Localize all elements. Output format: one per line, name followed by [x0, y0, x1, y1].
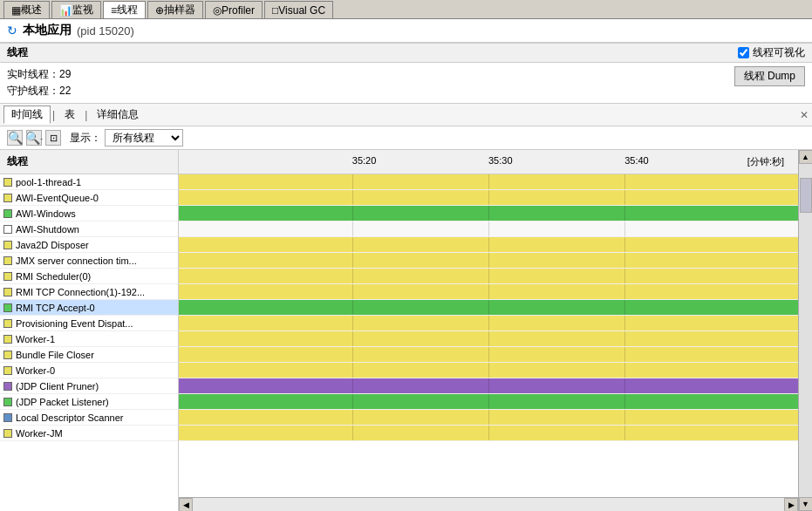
thread-bar: [179, 174, 798, 189]
thread-name-label: Bundle File Closer: [16, 350, 94, 360]
thread-name-row: JMX server connection tim...: [0, 253, 178, 269]
chart-data-row[interactable]: [179, 206, 798, 221]
thread-name-row: pool-1-thread-1: [0, 174, 178, 190]
chart-data-row[interactable]: [179, 237, 798, 253]
thread-name-label: AWI-EventQueue-0: [16, 193, 99, 203]
tab-bar: ▦ 概述 📊 监视 ≡ 线程 ⊕ 抽样器 ◎ Profiler □ Visual…: [0, 0, 812, 19]
thread-name-label: (JDP Client Pruner): [16, 381, 99, 392]
tab-detail[interactable]: 详细信息: [89, 106, 147, 124]
thread-list: 线程 pool-1-thread-1AWI-EventQueue-0AWI-Wi…: [0, 150, 179, 511]
thread-color-indicator: [3, 382, 12, 391]
thread-color-indicator: [3, 429, 12, 438]
thread-color-indicator: [3, 366, 12, 375]
time-label-3: 35:40: [624, 155, 649, 166]
chart-data-row[interactable]: [179, 363, 798, 378]
tab-profiler[interactable]: ◎ Profiler: [205, 1, 263, 18]
scroll-right-button[interactable]: ▶: [784, 498, 798, 512]
time-labels: 35:20 35:30 35:40 [分钟:秒]: [179, 150, 798, 174]
monitor-icon: 📊: [59, 4, 72, 17]
thread-color-indicator: [3, 335, 12, 344]
thread-name-label: RMI Scheduler(0): [16, 271, 91, 282]
thread-name-row: AWI-EventQueue-0: [0, 190, 178, 206]
zoom-in-button[interactable]: 🔍: [7, 130, 23, 146]
thread-name-row: Worker-1: [0, 331, 178, 347]
thread-color-indicator: [3, 178, 12, 187]
thread-bar: [179, 331, 798, 346]
tab-overview[interactable]: ▦ 概述: [3, 1, 50, 18]
thread-bar: [179, 378, 798, 393]
thread-color-indicator: [3, 209, 12, 218]
tab-timeline[interactable]: 时间线: [3, 106, 51, 124]
close-button[interactable]: ✕: [800, 109, 809, 121]
chart-data-row[interactable]: [179, 316, 798, 331]
thread-name-label: Worker-0: [16, 365, 55, 376]
tab-sampler[interactable]: ⊕ 抽样器: [147, 1, 203, 18]
chart-data-row[interactable]: [179, 284, 798, 300]
chart-data-row[interactable]: [179, 269, 798, 284]
tab-thread[interactable]: ≡ 线程: [103, 1, 146, 18]
separator: |: [52, 109, 55, 121]
chart-data-row[interactable]: [179, 300, 798, 316]
thread-bar: [179, 190, 798, 205]
scroll-left-button[interactable]: ◀: [179, 498, 193, 512]
thread-visible-checkbox[interactable]: [738, 47, 749, 58]
thread-name-label: AWI-Shutdown: [16, 224, 79, 235]
chart-data-row[interactable]: [179, 378, 798, 394]
thread-bar: [179, 347, 798, 362]
chart-data-row[interactable]: [179, 190, 798, 206]
thread-color-indicator: [3, 256, 12, 265]
tab-visual-gc[interactable]: □ Visual GC: [264, 1, 333, 18]
timeline-container: 线程 pool-1-thread-1AWI-EventQueue-0AWI-Wi…: [0, 150, 812, 511]
thread-color-indicator: [3, 351, 12, 359]
thread-name-row: Local Descriptor Scanner: [0, 410, 178, 426]
tab-monitor[interactable]: 📊 监视: [51, 1, 101, 18]
thread-name-row: Java2D Disposer: [0, 237, 178, 253]
display-label: 显示：: [70, 131, 101, 146]
separator2: |: [85, 109, 87, 121]
thread-name-label: JMX server connection tim...: [16, 256, 137, 266]
chart-data-row[interactable]: [179, 174, 798, 190]
refresh-icon[interactable]: ↻: [7, 24, 17, 37]
realtime-stat: 实时线程：29: [7, 66, 71, 83]
thread-name-label: RMI TCP Accept-0: [16, 303, 95, 313]
daemon-stat: 守护线程：22: [7, 83, 71, 99]
checkbox-row: 线程可视化: [738, 45, 805, 60]
thread-color-indicator: [3, 288, 12, 296]
chart-data-row[interactable]: [179, 394, 798, 410]
scroll-down-button[interactable]: ▼: [799, 497, 813, 511]
thread-bar: [179, 284, 798, 299]
scrollbar-track[interactable]: [193, 498, 784, 511]
dump-button[interactable]: 线程 Dump: [734, 66, 805, 86]
chart-with-scroll: 35:20 35:30 35:40 [分钟:秒] ◀ ▶: [179, 150, 812, 511]
chart-data-row[interactable]: [179, 221, 798, 237]
thread-name-label: Worker-JM: [16, 428, 63, 439]
thread-name-label: pool-1-thread-1: [16, 177, 81, 187]
checkbox-label: 线程可视化: [753, 45, 805, 60]
thread-name-row: (JDP Client Pruner): [0, 378, 178, 394]
toolbar: 🔍 🔍- ⊡ 显示： 所有线程活动线程已完成线程: [0, 126, 812, 150]
chart-data-row[interactable]: [179, 347, 798, 363]
thread-bar: [179, 269, 798, 283]
scroll-up-button[interactable]: ▲: [799, 150, 813, 164]
thread-name-label: Worker-1: [16, 334, 55, 344]
thread-name-row: Worker-JM: [0, 426, 178, 441]
thread-color-indicator: [3, 272, 12, 281]
zoom-out-button[interactable]: 🔍-: [26, 130, 42, 146]
chart-data-row[interactable]: [179, 331, 798, 347]
section-title: 线程: [7, 45, 28, 60]
thread-color-indicator: [3, 241, 12, 249]
thread-list-header: 线程: [0, 150, 178, 174]
display-select[interactable]: 所有线程活动线程已完成线程: [105, 129, 183, 146]
chart-data-row[interactable]: [179, 410, 798, 426]
chart-data-row[interactable]: [179, 253, 798, 269]
chart-data-row[interactable]: [179, 426, 798, 441]
zoom-fit-button[interactable]: ⊡: [45, 130, 61, 146]
scrollbar-thumb[interactable]: [800, 178, 812, 213]
thread-color-indicator: [3, 194, 12, 202]
thread-name-label: Java2D Disposer: [16, 240, 89, 250]
thread-name-label: RMI TCP Connection(1)-192...: [16, 287, 145, 297]
thread-bar: [179, 300, 798, 315]
tab-table[interactable]: 表: [57, 106, 83, 124]
thread-bar: [179, 394, 798, 409]
stats-row: 实时线程：29 守护线程：22 线程 Dump: [0, 63, 812, 103]
